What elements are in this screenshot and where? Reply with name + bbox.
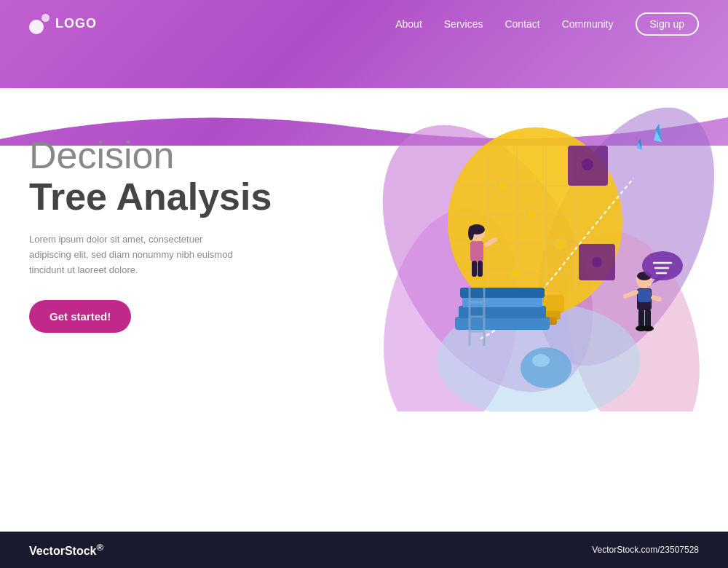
svg-rect-40 bbox=[470, 241, 483, 261]
svg-point-29 bbox=[521, 347, 571, 388]
svg-rect-41 bbox=[472, 261, 477, 277]
signup-button[interactable]: Sign up bbox=[636, 12, 699, 36]
svg-rect-54 bbox=[638, 309, 644, 328]
hero-title-bold: Tree Analysis bbox=[29, 176, 277, 218]
logo: LOGO bbox=[29, 14, 97, 34]
svg-point-20 bbox=[511, 267, 523, 279]
left-content: Decision Tree Analysis Lorem ipsum dolor… bbox=[29, 135, 277, 333]
footer-bar: VectorStock® VectorStock.com/23507528 bbox=[0, 532, 728, 568]
logo-circle-small bbox=[41, 14, 50, 22]
svg-rect-53 bbox=[638, 289, 651, 302]
footer-url-right: VectorStock.com/23507528 bbox=[592, 545, 699, 555]
footer-brand-left: VectorStock® bbox=[29, 542, 103, 558]
svg-rect-42 bbox=[478, 261, 483, 277]
get-started-button[interactable]: Get started! bbox=[29, 300, 131, 333]
nav-link-contact[interactable]: Contact bbox=[505, 18, 539, 30]
navbar: LOGO About Services Contact Community Si… bbox=[0, 0, 728, 47]
svg-rect-55 bbox=[645, 309, 651, 328]
nav-link-community[interactable]: Community bbox=[562, 18, 614, 30]
nav-links: About Services Contact Community Sign up bbox=[395, 12, 699, 36]
hero-description: Lorem ipsum dolor sit amet, consectetuer… bbox=[29, 232, 240, 277]
svg-point-22 bbox=[582, 159, 593, 170]
nav-link-services[interactable]: Services bbox=[444, 18, 483, 30]
svg-point-39 bbox=[468, 226, 474, 240]
nav-link-about[interactable]: About bbox=[395, 18, 422, 30]
page-wrapper: LOGO About Services Contact Community Si… bbox=[0, 0, 728, 568]
logo-icon bbox=[29, 14, 50, 34]
right-illustration bbox=[320, 33, 728, 411]
hero-title-light: Decision bbox=[29, 135, 277, 176]
svg-point-24 bbox=[592, 257, 602, 267]
svg-point-19 bbox=[555, 238, 566, 250]
logo-circle-big bbox=[29, 20, 44, 34]
logo-text: LOGO bbox=[55, 16, 97, 31]
svg-point-18 bbox=[526, 209, 537, 221]
content-area: Decision Tree Analysis Lorem ipsum dolor… bbox=[0, 47, 728, 532]
svg-point-57 bbox=[642, 326, 654, 331]
svg-rect-28 bbox=[460, 288, 545, 298]
svg-point-30 bbox=[532, 354, 550, 367]
svg-point-17 bbox=[496, 180, 508, 192]
